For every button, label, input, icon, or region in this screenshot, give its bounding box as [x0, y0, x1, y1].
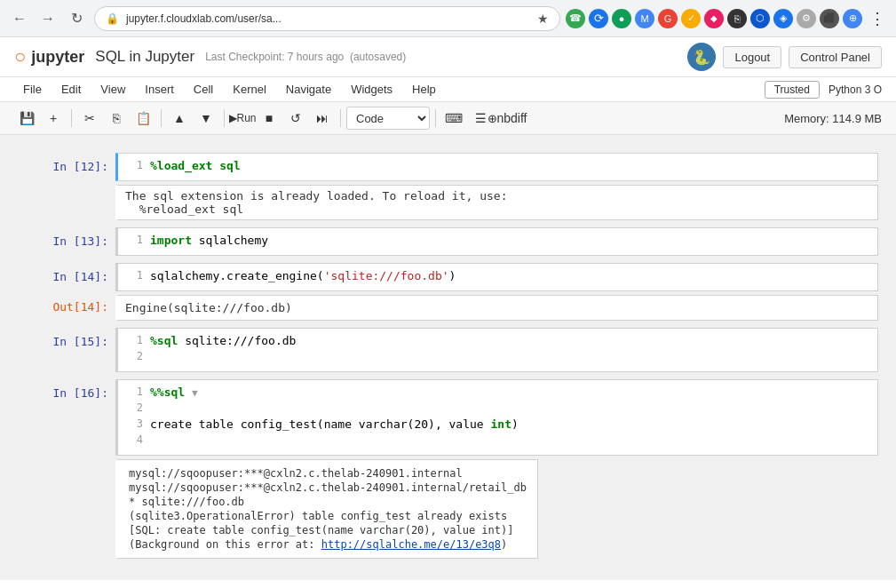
menu-edit[interactable]: Edit — [52, 79, 90, 99]
code-line: 2 — [125, 401, 870, 417]
menu-navigate[interactable]: Navigate — [277, 79, 340, 99]
ext-icon-7: ◆ — [704, 9, 724, 28]
jupyter-logo-icon: ○ — [14, 45, 26, 68]
cell-16-input[interactable]: In [16]: 1 %%sql ▼ 2 3 create table conf… — [18, 379, 878, 456]
run-button[interactable]: ▶ Run — [230, 106, 255, 131]
back-button[interactable]: ← — [7, 6, 32, 31]
interrupt-button[interactable]: ■ — [257, 106, 281, 131]
browser-nav: ← → ↻ — [7, 6, 89, 31]
ext-icon-1: ☎ — [566, 9, 585, 28]
cell-13-input[interactable]: In [13]: 1 import sqlalchemy — [18, 227, 878, 256]
jupyter-wordmark: jupyter — [31, 48, 84, 67]
paste-button[interactable]: 📋 — [131, 106, 155, 131]
save-button[interactable]: 💾 — [14, 106, 39, 131]
ext-icon-12: ⬛ — [820, 9, 839, 28]
ext-icon-2: ⟳ — [589, 9, 608, 28]
cell-15-prompt: In [15]: — [18, 328, 115, 348]
line-number: 2 — [125, 401, 150, 414]
restart-button[interactable]: ↺ — [283, 106, 308, 131]
cell-12-prompt: In [12]: — [18, 153, 115, 173]
cell-13: In [13]: 1 import sqlalchemy — [18, 227, 878, 256]
control-panel-button[interactable]: Control Panel — [789, 46, 882, 68]
menu-bar: File Edit View Insert Cell Kernel Naviga… — [0, 77, 896, 102]
line-number: 1 — [125, 269, 150, 282]
toolbar-separator-3 — [224, 109, 225, 127]
line-number: 2 — [125, 350, 150, 362]
code-text: %sql sqlite:///foo.db — [150, 334, 870, 347]
code-text: sqlalchemy.create_engine('sqlite:///foo.… — [150, 269, 870, 282]
cell-12-code[interactable]: 1 %load_ext sql — [115, 153, 878, 181]
cell-15-input[interactable]: In [15]: 1 %sql sqlite:///foo.db 2 — [18, 328, 878, 372]
toolbar-separator-2 — [161, 109, 162, 127]
cell-13-code[interactable]: 1 import sqlalchemy — [115, 227, 878, 256]
cell-16-out-prompt — [18, 459, 115, 466]
cell-15-code[interactable]: 1 %sql sqlite:///foo.db 2 — [115, 328, 878, 372]
code-text: create table config_test(name varchar(20… — [150, 417, 870, 431]
cut-button[interactable]: ✂ — [77, 106, 102, 131]
trusted-badge: Trusted — [765, 81, 820, 99]
move-down-button[interactable]: ▼ — [194, 106, 218, 131]
code-text: %load_ext sql — [150, 159, 870, 172]
error-line-5: [SQL: create table config_test(name varc… — [129, 524, 527, 536]
cell-14-code[interactable]: 1 sqlalchemy.create_engine('sqlite:///fo… — [115, 263, 878, 291]
jupyter-logo: ○ jupyter — [14, 45, 84, 68]
browser-chrome: ← → ↻ 🔒 jupyter.f.cloudxlab.com/user/sa.… — [0, 0, 896, 37]
cell-16-code[interactable]: 1 %%sql ▼ 2 3 create table config_test(n… — [115, 379, 878, 456]
line-number: 3 — [125, 417, 150, 430]
cell-14-input[interactable]: In [14]: 1 sqlalchemy.create_engine('sql… — [18, 263, 878, 291]
menu-kernel[interactable]: Kernel — [224, 79, 275, 99]
cell-14-output: Out[14]: Engine(sqlite:///foo.db) — [18, 295, 878, 321]
cell-16-prompt: In [16]: — [18, 379, 115, 400]
cell-14: In [14]: 1 sqlalchemy.create_engine('sql… — [18, 263, 878, 321]
forward-button[interactable]: → — [36, 6, 60, 31]
cell-type-select[interactable]: Code Markdown Raw — [346, 107, 430, 130]
cell-14-prompt: In [14]: — [18, 263, 115, 283]
checkpoint-info: Last Checkpoint: 7 hours ago (autosaved) — [205, 51, 406, 63]
menu-widgets[interactable]: Widgets — [342, 79, 401, 99]
error-link[interactable]: http://sqlalche.me/e/13/e3q8 — [321, 538, 501, 551]
ext-icon-13: ⊕ — [843, 9, 862, 28]
restart-run-button[interactable]: ⏭ — [310, 106, 335, 131]
code-line: 3 create table config_test(name varchar(… — [125, 417, 870, 433]
code-line: 4 — [125, 433, 870, 449]
line-number: 4 — [125, 433, 150, 446]
logout-button[interactable]: Logout — [723, 46, 781, 68]
toolbar: 💾 + ✂ ⎘ 📋 ▲ ▼ ▶ Run ■ ↺ ⏭ Code Markdown … — [0, 102, 896, 135]
cell-16-error-output: mysql://sqoopuser:***@cxln2.c.thelab-240… — [115, 459, 538, 559]
menu-file[interactable]: File — [14, 79, 51, 99]
notebook-name[interactable]: SQL in Jupyter — [95, 48, 194, 66]
move-up-button[interactable]: ▲ — [167, 106, 192, 131]
browser-extension-icons: ☎ ⟳ ● M G ✓ ◆ ⎘ ⬡ ◈ ⚙ ⬛ ⊕ ⋮ — [566, 9, 889, 28]
cell-12-input[interactable]: In [12]: 1 %load_ext sql — [18, 153, 878, 181]
nbdiff-button[interactable]: ⊕ nbdiff — [495, 106, 519, 131]
toolbar-separator-1 — [71, 109, 72, 127]
address-bar[interactable]: 🔒 jupyter.f.cloudxlab.com/user/sa... ★ — [94, 6, 560, 31]
toolbar-separator-4 — [340, 109, 341, 127]
add-cell-button[interactable]: + — [41, 106, 66, 131]
copy-button[interactable]: ⎘ — [104, 106, 129, 131]
jupyter-header: ○ jupyter SQL in Jupyter Last Checkpoint… — [0, 37, 896, 77]
cell-12: In [12]: 1 %load_ext sql The sql extensi… — [18, 153, 878, 220]
menu-cell[interactable]: Cell — [185, 79, 222, 99]
code-line: 1 %sql sqlite:///foo.db — [125, 334, 870, 350]
ext-icon-10: ◈ — [773, 9, 793, 28]
keyboard-shortcuts-button[interactable]: ⌨ — [441, 106, 466, 131]
cell-14-out-prompt: Out[14]: — [18, 295, 115, 314]
menu-view[interactable]: View — [91, 79, 134, 99]
menu-insert[interactable]: Insert — [136, 79, 183, 99]
error-line-6: (Background on this error at: http://sql… — [129, 538, 527, 551]
code-line: 1 import sqlalchemy — [125, 234, 870, 250]
reload-button[interactable]: ↻ — [64, 6, 89, 31]
line-number: 1 — [125, 385, 150, 398]
cell-12-out-prompt — [18, 185, 115, 192]
cell-15: In [15]: 1 %sql sqlite:///foo.db 2 — [18, 328, 878, 372]
memory-info: Memory: 114.9 MB — [784, 112, 882, 125]
python-logo: 🐍 — [687, 43, 716, 71]
nbdiff-icon: ⊕ — [488, 112, 497, 125]
menu-dots[interactable]: ⋮ — [866, 9, 889, 28]
ext-icon-5: G — [658, 9, 678, 28]
menu-help[interactable]: Help — [403, 79, 445, 99]
line-number: 1 — [125, 159, 150, 171]
error-line-1: mysql://sqoopuser:***@cxln2.c.thelab-240… — [129, 467, 527, 480]
url-text: jupyter.f.cloudxlab.com/user/sa... — [126, 12, 530, 25]
